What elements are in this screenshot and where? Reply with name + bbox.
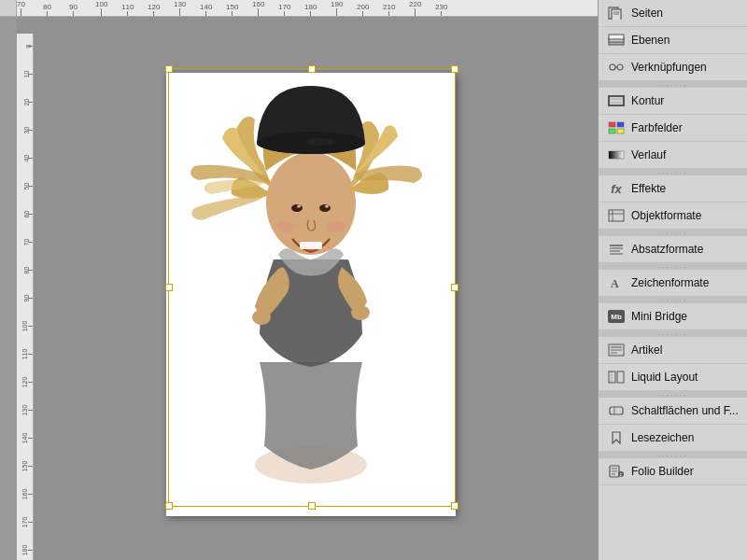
sidebar-item-verlauf[interactable]: Verlauf: [599, 142, 747, 169]
zeichenformate-label: Zeichenformate: [631, 276, 709, 289]
farbfelder-label: Farbfelder: [631, 121, 683, 134]
separator-3: ·······: [599, 230, 747, 236]
handle-top-mid[interactable]: [308, 65, 316, 73]
artikel-icon: [606, 342, 627, 358]
liquid-layout-icon: [606, 369, 627, 385]
handle-top-left[interactable]: [165, 65, 173, 73]
effekte-icon: fx: [606, 180, 627, 197]
svg-rect-16: [612, 9, 621, 20]
artikel-label: Artikel: [631, 343, 662, 357]
lesezeichen-label: Lesezeichen: [631, 431, 694, 444]
svg-rect-31: [617, 129, 624, 133]
absatzformate-icon: [606, 241, 627, 258]
sidebar: .sep-line { height: 7px; background: #c0…: [598, 0, 747, 560]
schaltflaechen-icon: [606, 402, 627, 419]
svg-text:A: A: [611, 277, 619, 289]
liquid-layout-label: Liquid Layout: [631, 371, 698, 384]
ruler-corner: [0, 0, 17, 17]
verlauf-label: Verlauf: [631, 148, 666, 161]
objektformate-icon: [606, 207, 627, 224]
svg-rect-28: [609, 122, 615, 127]
ebenen-label: Ebenen: [631, 34, 669, 47]
sidebar-item-liquid-layout[interactable]: Liquid Layout: [599, 364, 747, 391]
svg-rect-46: [617, 371, 624, 383]
handle-mid-right[interactable]: [451, 284, 458, 291]
svg-rect-21: [609, 35, 624, 39]
sidebar-item-objektformate[interactable]: Objektformate: [599, 203, 747, 230]
image-frame[interactable]: [168, 68, 456, 507]
kontur-label: Kontur: [631, 94, 664, 107]
sidebar-item-effekte[interactable]: fx Effekte: [599, 175, 747, 203]
canvas-inner: .vtick { position: absolute; left: 0; ri…: [17, 17, 598, 560]
sidebar-item-mini-bridge[interactable]: Mb Mini Bridge: [599, 303, 747, 330]
verknuepfungen-icon: [606, 59, 627, 76]
seiten-icon: [606, 5, 627, 21]
schaltflaechen-label: Schaltflächen und F...: [631, 404, 739, 417]
svg-point-22: [610, 64, 615, 70]
separator-7: ·······: [599, 391, 747, 398]
ruler-top-track: .ruler-top-track { position: relative; }…: [17, 0, 598, 16]
effekte-label: Effekte: [631, 182, 666, 195]
kontur-icon: [606, 92, 627, 109]
app-container: .ruler-top-track { position: relative; }…: [0, 0, 747, 560]
sidebar-item-seiten[interactable]: Seiten: [599, 0, 747, 27]
separator-4: ·······: [599, 263, 747, 270]
handle-mid-left[interactable]: [165, 284, 173, 291]
verlauf-icon: [606, 147, 627, 163]
mini-bridge-icon: Mb: [606, 308, 627, 325]
separator-6: ·······: [599, 330, 747, 337]
svg-rect-32: [609, 151, 624, 159]
sidebar-item-ebenen[interactable]: Ebenen: [599, 27, 747, 54]
sidebar-item-absatzformate[interactable]: Absatzformate: [599, 236, 747, 263]
separator-5: ·······: [599, 297, 747, 303]
sidebar-item-folio-builder[interactable]: F Folio Builder: [599, 458, 747, 485]
farbfelder-icon: [606, 119, 627, 136]
sidebar-item-verknuepfungen[interactable]: Verknüpfungen: [599, 54, 747, 81]
handle-top-right[interactable]: [451, 65, 458, 73]
sidebar-item-schaltflaechen[interactable]: Schaltflächen und F...: [599, 398, 747, 425]
svg-rect-33: [609, 210, 624, 221]
lesezeichen-icon: [606, 429, 627, 446]
handle-bot-right[interactable]: [451, 502, 458, 510]
sidebar-item-zeichenformate[interactable]: A Zeichenformate: [599, 270, 747, 297]
zeichenformate-icon: A: [606, 274, 627, 291]
sidebar-item-lesezeichen[interactable]: Lesezeichen: [599, 425, 747, 452]
svg-rect-48: [610, 407, 623, 414]
ruler-left: .vtick { position: absolute; left: 0; ri…: [17, 34, 34, 560]
svg-rect-45: [609, 371, 615, 383]
absatzformate-label: Absatzformate: [631, 243, 703, 256]
ebenen-icon: [606, 32, 627, 49]
svg-rect-30: [609, 129, 615, 133]
svg-point-23: [617, 64, 623, 70]
seiten-label: Seiten: [631, 7, 663, 20]
mini-bridge-label: Mini Bridge: [631, 310, 687, 323]
separator-2: ·······: [599, 169, 747, 175]
separator-1: ·······: [599, 81, 747, 88]
svg-text:F: F: [620, 472, 623, 478]
objektformate-label: Objektformate: [631, 209, 701, 222]
handle-bot-left[interactable]: [165, 502, 173, 510]
separator-8: ·······: [599, 452, 747, 458]
sidebar-item-farbfelder[interactable]: Farbfelder: [599, 115, 747, 142]
sidebar-item-kontur[interactable]: Kontur: [599, 88, 747, 115]
canvas-area: .ruler-top-track { position: relative; }…: [0, 0, 598, 560]
ruler-top: .ruler-top-track { position: relative; }…: [0, 0, 598, 17]
svg-rect-29: [617, 122, 624, 127]
sidebar-item-artikel[interactable]: Artikel: [599, 337, 747, 364]
folio-builder-label: Folio Builder: [631, 465, 694, 478]
folio-builder-icon: F: [606, 463, 627, 480]
verknuepfungen-label: Verknüpfungen: [631, 61, 707, 74]
handle-bot-mid[interactable]: [308, 502, 316, 510]
svg-rect-25: [609, 96, 624, 105]
